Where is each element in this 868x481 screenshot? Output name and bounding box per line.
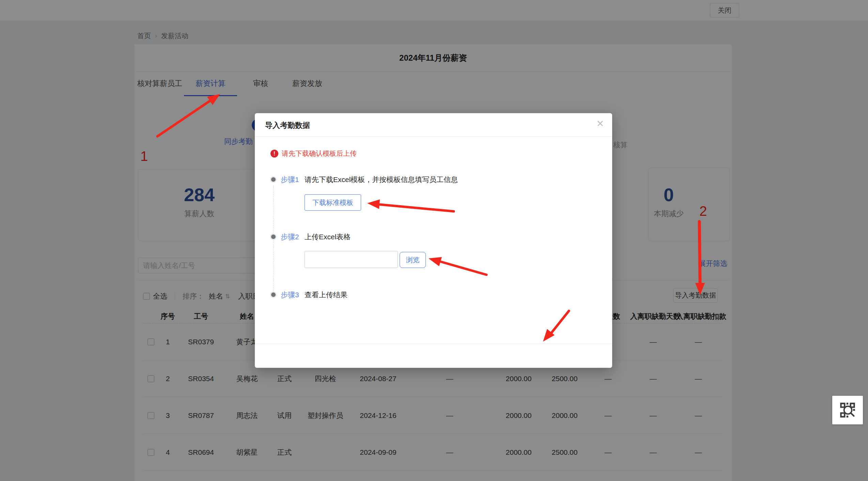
modal-header: 导入考勤数据 ✕: [255, 113, 612, 137]
step1-text: 请先下载Excel模板，并按模板信息填写员工信息: [305, 175, 458, 184]
warning-icon: !: [270, 150, 278, 157]
warning-text: 请先下载确认模板后上传: [282, 149, 357, 158]
modal-title: 导入考勤数据: [265, 120, 310, 131]
file-path-input[interactable]: [305, 251, 398, 268]
step2-text: 上传Excel表格: [305, 232, 351, 242]
step-bullet-icon: [270, 176, 277, 183]
screen: 关闭 首页 › 发薪活动 2024年11月份薪资 核对算薪员工 薪资计算 审核 …: [0, 0, 868, 481]
import-attendance-modal: 导入考勤数据 ✕ ! 请先下载确认模板后上传 步骤1 请先下载Excel模板，并…: [255, 113, 612, 368]
step1-label: 步骤1: [281, 175, 299, 184]
warning-banner: ! 请先下载确认模板后上传: [270, 149, 357, 158]
step3-text: 查看上传结果: [305, 290, 347, 300]
qr-scan-icon: [839, 401, 856, 419]
close-icon[interactable]: ✕: [596, 119, 604, 129]
modal-footer: 确认上传 取消: [255, 344, 612, 368]
download-template-button[interactable]: 下载标准模板: [305, 194, 361, 211]
qr-scan-button[interactable]: [832, 396, 863, 424]
browse-button[interactable]: 浏览: [400, 252, 426, 268]
step3-label: 步骤3: [281, 290, 299, 300]
step2-label: 步骤2: [281, 232, 299, 242]
step-bullet-icon: [270, 291, 277, 298]
step-bullet-icon: [270, 234, 277, 240]
